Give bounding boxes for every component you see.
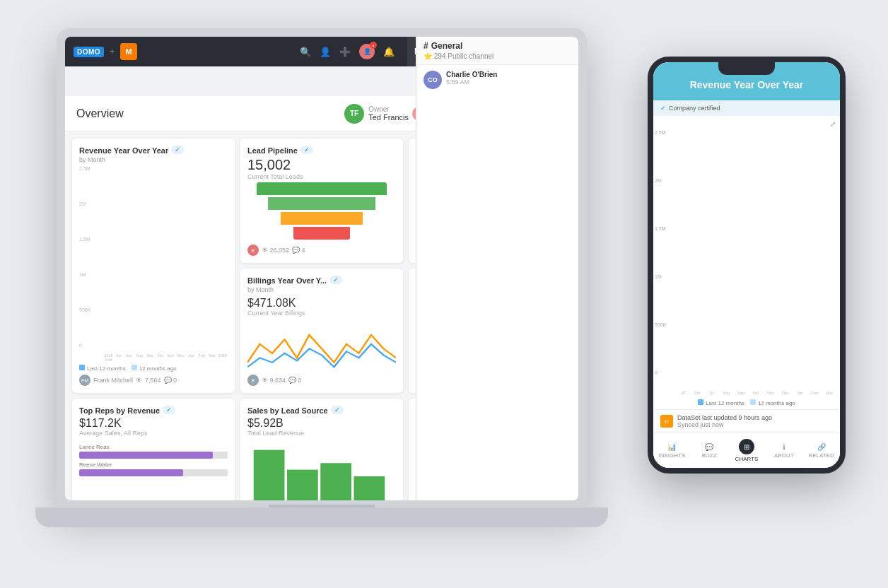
certified-badge-2: ✓ (300, 146, 313, 154)
top-reps-number: $117.2K (79, 416, 228, 430)
card-title-revenue: Revenue Year Over Year (79, 146, 168, 155)
rep1-name: Lance Reas (79, 444, 228, 450)
phone-y-labels: 0 500K 1M 1.5M 2M 2.5M (655, 130, 666, 375)
card-subtitle-revenue: by Month (79, 156, 228, 163)
sales-chart-svg (247, 437, 396, 500)
notif-badge: • (370, 42, 377, 49)
billings-label: Current Year Billings (247, 310, 396, 317)
msg-time: 5:59 AM (446, 78, 497, 86)
msg-avatar: CO (423, 71, 442, 89)
sales-lead-source-card[interactable]: Sales by Lead Source ✓ $5.92B Total Lead… (240, 399, 403, 500)
rep2-name: Reese Water (79, 461, 228, 468)
add-icon[interactable]: ➕ (339, 47, 351, 57)
billings-chart-svg (247, 317, 396, 372)
m-logo[interactable]: M (120, 43, 137, 60)
nav-about[interactable]: ℹ ABOUT (765, 433, 802, 468)
phone-screen: Revenue Year Over Year ✓ Company certifi… (653, 62, 840, 468)
certified-badge-6: ✓ (163, 406, 175, 414)
nav-charts[interactable]: ⊞ CHARTS (728, 433, 766, 468)
svg-rect-7 (320, 463, 351, 500)
svg-rect-5 (254, 450, 285, 500)
footer-views: 7,564 (145, 377, 161, 384)
chart-legend: Last 12 months 12 months ago (79, 365, 228, 372)
bell-icon[interactable]: 🔔 (383, 47, 395, 57)
nav-buzz[interactable]: 💬 BUZZ (691, 433, 728, 468)
lead-pipeline-title: Lead Pipeline (247, 146, 298, 155)
funnel-chart (247, 180, 396, 242)
main-area: Overview TF Owner Ted Francis A B C (65, 66, 578, 500)
topbar-icons: 🔍 👤 ➕ • 👤 🔔 (300, 44, 395, 59)
plus-icon: + (110, 47, 115, 57)
funnel-layer-2 (268, 197, 375, 210)
channel-meta: ⭐ 294 Public channel (423, 52, 571, 60)
phone: Revenue Year Over Year ✓ Company certifi… (641, 57, 853, 495)
top-reps-card[interactable]: Top Reps by Revenue ✓ $117.2K Average Sa… (72, 399, 235, 500)
owner-section: TF Owner Ted Francis (344, 104, 409, 124)
sales-bar-chart: Seminar (247, 437, 396, 500)
rep2-bar (79, 469, 228, 476)
dataset-icon: D (660, 415, 673, 428)
phone-chart-title: Revenue Year Over Year (662, 79, 831, 90)
phone-x-labels: Apr Jun Jul Aug Sep Oct Nov Dec Jan Feb … (674, 391, 837, 395)
svg-rect-8 (354, 476, 385, 500)
owner-label: Owner (368, 105, 409, 113)
nav-related[interactable]: 🔗 RELATED (802, 433, 840, 468)
domo-logo[interactable]: DOMO (74, 47, 104, 57)
search-icon[interactable]: 🔍 (300, 47, 311, 57)
owner-name: Ted Francis (368, 113, 409, 122)
top-reps-title: Top Reps by Revenue (79, 406, 160, 415)
rep1-bar (79, 452, 228, 459)
dataset-synced: Synced just now (677, 421, 772, 428)
billings-card[interactable]: Billings Year Over Y... ✓ by Month $471.… (240, 269, 403, 393)
billings-number: $471.08K (247, 296, 396, 310)
lead-pipeline-footer: E 👁 26,052 💬 4 (247, 245, 396, 256)
card-footer: FM Frank Mitchell 👁 7,564 💬 0 (79, 375, 228, 386)
phone-notch (718, 62, 775, 75)
notification-avatar[interactable]: • 👤 (359, 44, 375, 59)
billings-subtitle: by Month (247, 286, 396, 293)
revenue-chart: 0 500K 1M 1.5M 2M 2.5M (79, 166, 228, 363)
laptop: DOMO + M 🔍 👤 ➕ • 👤 🔔 Buzz ▾ (57, 28, 594, 565)
lead-pipeline-number: 15,002 (247, 156, 396, 173)
channel-title: # General (423, 41, 571, 51)
channel-bar: # General ⭐ 294 Public channel (416, 37, 578, 65)
page-title: Overview (76, 107, 339, 120)
phone-bars-area (674, 127, 837, 375)
footer-avatar-2: E (247, 245, 259, 256)
msg-content: Charlie O'Brien 5:59 AM (446, 71, 497, 89)
funnel-layer-1 (257, 182, 387, 195)
funnel-layer-3 (281, 212, 363, 225)
certified-badge-4: ✓ (329, 276, 342, 284)
sales-lead-number: $5.92B (247, 416, 396, 430)
laptop-screen: DOMO + M 🔍 👤 ➕ • 👤 🔔 Buzz ▾ (65, 37, 578, 500)
user-icon[interactable]: 👤 (320, 47, 331, 57)
funnel-layer-4 (293, 227, 350, 240)
phone-nav: 📊 INSIGHTS 💬 BUZZ ⊞ CHARTS ℹ ABOUT 🔗 (653, 433, 840, 468)
phone-body: Revenue Year Over Year ✓ Company certifi… (648, 57, 846, 474)
about-icon: ℹ (783, 443, 785, 451)
billings-footer: B 👁 9,634 💬 0 (247, 375, 396, 386)
phone-certified: ✓ Company certified (653, 100, 840, 116)
phone-chart-area: ⤢ 0 500K 1M 1.5M 2M 2.5M (653, 116, 840, 396)
laptop-body: DOMO + M 🔍 👤 ➕ • 👤 🔔 Buzz ▾ (57, 28, 587, 509)
lead-pipeline-card[interactable]: Lead Pipeline ✓ 15,002 Current Total Lea… (240, 139, 403, 263)
buzz-panel: # General ⭐ 294 Public channel CO (416, 37, 578, 500)
top-reps-bars: Lance Reas Reese Water (79, 437, 228, 500)
related-icon: 🔗 (817, 443, 826, 451)
certified-icon: ✓ (660, 105, 666, 112)
sales-lead-title: Sales by Lead Source (247, 406, 328, 415)
nav-insights[interactable]: 📊 INSIGHTS (653, 433, 691, 468)
rep1-container: Lance Reas (79, 444, 228, 459)
certified-badge: ✓ (171, 146, 184, 154)
billings-title: Billings Year Over Y... (247, 276, 327, 285)
svg-rect-6 (287, 470, 318, 500)
rep2-container: Reese Water (79, 461, 228, 476)
lead-pipeline-label: Current Total Leads (247, 173, 396, 180)
revenue-yoy-card[interactable]: Revenue Year Over Year ✓ by Month 0 500K… (72, 139, 235, 393)
charts-nav-icon: ⊞ (739, 439, 754, 454)
msg-author: Charlie O'Brien (446, 71, 497, 78)
dataset-text: DataSet last updated 9 hours ago Synced … (677, 414, 772, 428)
x-axis-labels: 2018 Feb Apr Jun Aug Sep Oct Nov Dec Jan (103, 353, 228, 362)
rep2-fill (79, 469, 183, 476)
sales-lead-label: Total Lead Revenue (247, 430, 396, 437)
